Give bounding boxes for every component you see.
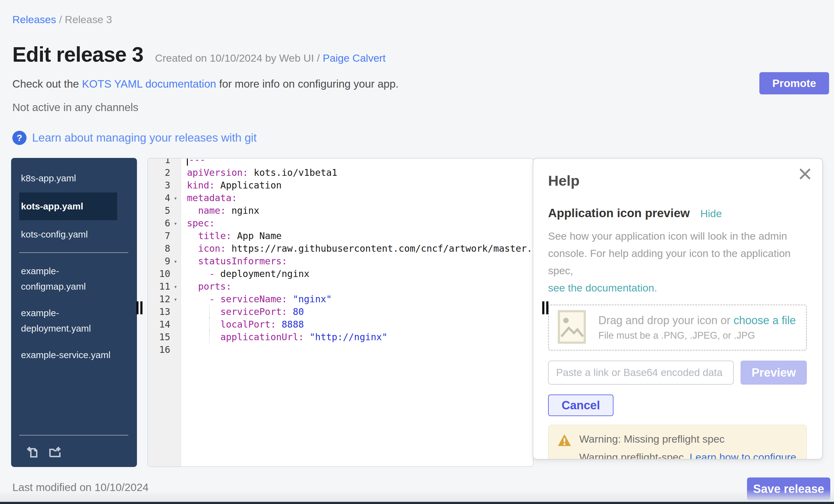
code-text: statusInformers: (181, 256, 533, 266)
line-number: 13 (148, 306, 170, 317)
line-number: 7 (148, 231, 170, 241)
sidebar-file-k8s-app.yaml[interactable]: k8s-app.yaml (19, 166, 117, 191)
code-text: localPort: 8888 (181, 319, 533, 330)
code-text: apiVersion: kots.io/v1beta1 (181, 167, 533, 178)
line-number: 14 (148, 319, 170, 330)
file-list: k8s-app.yamlkots-app.yamlkots-config.yam… (11, 158, 137, 368)
preflight-warning: Warning: Missing preflight spec Warning … (548, 425, 807, 460)
close-icon[interactable] (798, 167, 812, 182)
code-line-16: 16 (148, 343, 533, 356)
code-line-14: 14 localPort: 8888 (148, 318, 533, 331)
doc-prefix: Check out the (12, 78, 82, 90)
icon-url-input[interactable] (548, 360, 734, 385)
code-text: metadata: (181, 193, 533, 203)
line-number: 10 (148, 268, 170, 279)
git-help-row[interactable]: ? Learn about managing your releases wit… (12, 131, 257, 145)
code-line-2: 2apiVersion: kots.io/v1beta1 (148, 166, 533, 179)
warning-triangle-icon (557, 433, 572, 460)
code-line-6: 6▾spec: (148, 217, 533, 229)
code-text: kind: Application (181, 180, 533, 191)
add-file-icon[interactable] (25, 445, 40, 460)
page-title: Edit release 3 (12, 44, 143, 65)
line-number: 15 (148, 332, 170, 342)
code-line-7: 7 title: App Name (148, 229, 533, 242)
cancel-button[interactable]: Cancel (548, 395, 613, 416)
code-text: icon: https://raw.githubusercontent.com/… (181, 243, 533, 254)
code-text: --- (181, 158, 533, 166)
created-author-link[interactable]: Paige Calvert (323, 52, 386, 64)
breadcrumb-current: Release 3 (65, 14, 112, 25)
channel-status: Not active in any channels (12, 101, 138, 113)
line-number: 2 (148, 167, 170, 178)
text-cursor (187, 158, 188, 166)
code-line-10: 10 - deployment/nginx (148, 267, 533, 280)
add-folder-icon[interactable] (47, 445, 62, 460)
sidebar-bottom-divider (19, 435, 128, 436)
bottom-fade (0, 489, 834, 502)
question-circle-icon: ? (12, 131, 26, 145)
edit-release-page: Releases / Release 3 Edit release 3 Crea… (0, 0, 834, 504)
sidebar-file-example-service.yaml[interactable]: example-service.yaml (19, 342, 117, 368)
fold-arrow-icon[interactable]: ▾ (170, 220, 181, 227)
breadcrumb-releases-link[interactable]: Releases (12, 14, 56, 25)
see-documentation-link[interactable]: see the documentation (548, 282, 654, 294)
fold-arrow-icon[interactable]: ▾ (170, 258, 181, 265)
promote-button[interactable]: Promote (759, 72, 829, 94)
line-number: 16 (148, 344, 170, 355)
choose-file-link[interactable]: choose a file (733, 314, 796, 327)
doc-suffix: for more info on configuring your app. (216, 78, 398, 90)
icon-dropzone[interactable]: Drag and drop your icon or choose a file… (548, 304, 807, 351)
learn-configure-link[interactable]: Learn how to configure (690, 451, 796, 460)
warning-body: Warning preflight-spec. (579, 451, 690, 460)
hide-link[interactable]: Hide (700, 207, 722, 220)
git-releases-link[interactable]: Learn about managing your releases with … (32, 131, 257, 144)
warning-title: Warning: Missing preflight spec (579, 433, 796, 445)
line-number: 4 (148, 193, 170, 203)
code-line-9: 9▾ statusInformers: (148, 255, 533, 267)
created-text: Created on 10/10/2024 by Web UI / (155, 52, 323, 64)
line-number: 5 (148, 205, 170, 216)
code-text: spec: (181, 218, 533, 228)
code-line-5: 5 name: nginx (148, 204, 533, 217)
yaml-editor[interactable]: 1---2apiVersion: kots.io/v1beta13kind: A… (148, 158, 533, 467)
line-number: 3 (148, 180, 170, 191)
preview-button[interactable]: Preview (741, 360, 807, 385)
sidebar-divider (19, 252, 128, 253)
icon-preview-section-title: Application icon preview (548, 206, 690, 220)
line-number: 11 (148, 281, 170, 292)
help-panel: Help Application icon preview Hide See h… (533, 158, 823, 460)
fold-arrow-icon[interactable]: ▾ (170, 195, 181, 201)
help-title: Help (548, 172, 807, 189)
line-number: 6 (148, 218, 170, 228)
breadcrumb: Releases / Release 3 (12, 14, 112, 26)
fold-arrow-icon[interactable]: ▾ (170, 283, 181, 290)
sidebar-file-example-deployment.yaml[interactable]: example-deployment.yaml (19, 300, 117, 342)
line-number: 9 (148, 256, 170, 266)
doc-row: Check out the KOTS YAML documentation fo… (12, 78, 398, 90)
code-line-4: 4▾metadata: (148, 192, 533, 204)
code-text: applicationUrl: "http://nginx" (181, 332, 533, 342)
code-text: title: App Name (181, 231, 533, 241)
fold-arrow-icon[interactable]: ▾ (170, 296, 181, 303)
line-number: 1 (148, 158, 170, 165)
code-text: ports: (181, 281, 533, 292)
title-row: Edit release 3 Created on 10/10/2024 by … (12, 44, 386, 65)
dropzone-text: Drag and drop your icon or (598, 314, 733, 327)
sidebar-file-example-configmap.yaml[interactable]: example-configmap.yaml (19, 258, 117, 300)
icon-preview-description: See how your application icon will look … (548, 227, 807, 297)
code-text: name: nginx (181, 205, 533, 216)
code-text: servicePort: 80 (181, 306, 533, 317)
sidebar-resize-handle[interactable] (136, 301, 142, 314)
kots-yaml-doc-link[interactable]: KOTS YAML documentation (82, 78, 216, 90)
bottom-strip (0, 502, 834, 504)
code-text: - serviceName: "nginx" (181, 294, 533, 304)
code-lines: 1---2apiVersion: kots.io/v1beta13kind: A… (148, 158, 533, 356)
code-line-13: 13 servicePort: 80 (148, 305, 533, 318)
sidebar-bottom (11, 429, 137, 467)
sidebar-file-kots-config.yaml[interactable]: kots-config.yaml (19, 222, 117, 247)
help-resize-handle[interactable] (542, 301, 548, 314)
code-line-15: 15 applicationUrl: "http://nginx" (148, 331, 533, 343)
image-placeholder-icon (558, 310, 586, 345)
created-meta: Created on 10/10/2024 by Web UI / Paige … (155, 52, 386, 64)
sidebar-file-kots-app.yaml[interactable]: kots-app.yaml (19, 193, 117, 220)
